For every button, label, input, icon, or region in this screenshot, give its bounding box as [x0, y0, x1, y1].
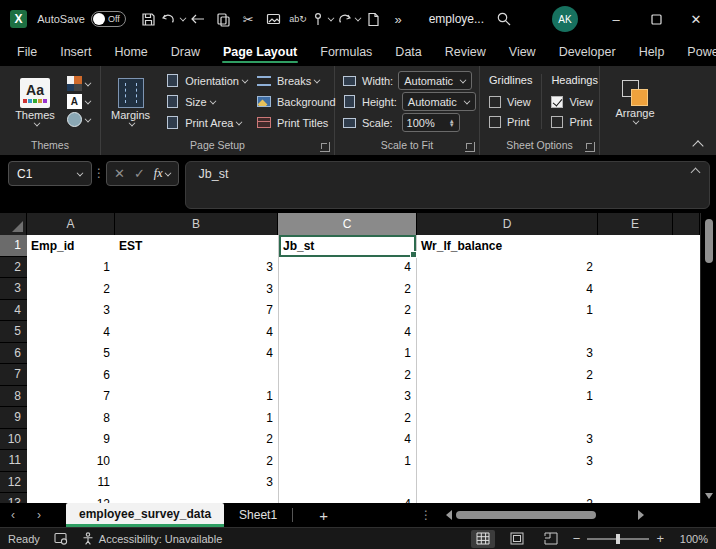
- new-file-icon[interactable]: [361, 6, 386, 32]
- page-setup-dialog-launcher-icon[interactable]: [320, 142, 330, 152]
- tab-developer[interactable]: Developer: [558, 41, 617, 63]
- row-header-9[interactable]: 9: [0, 407, 27, 429]
- cell-A2[interactable]: 1: [27, 257, 115, 279]
- cell-B13[interactable]: [115, 493, 278, 503]
- cell-D7[interactable]: 2: [417, 364, 598, 386]
- cell-A5[interactable]: 4: [27, 321, 115, 343]
- tab-draw[interactable]: Draw: [170, 41, 201, 63]
- page-layout-view-icon[interactable]: [505, 530, 529, 548]
- cell-E2[interactable]: [598, 257, 673, 279]
- breaks-button[interactable]: Breaks: [256, 72, 336, 89]
- vertical-scrollbar-thumb[interactable]: [705, 219, 713, 263]
- zoom-slider[interactable]: [587, 538, 649, 540]
- cell-E12[interactable]: [598, 472, 673, 494]
- minimize-button[interactable]: –: [596, 0, 636, 38]
- scroll-right-icon[interactable]: [638, 510, 644, 520]
- orientation-button[interactable]: Orientation: [164, 72, 248, 89]
- row-header-4[interactable]: 4: [0, 300, 27, 322]
- cell-D8[interactable]: 1: [417, 386, 598, 408]
- print-titles-button[interactable]: Print Titles: [256, 114, 336, 131]
- cell-D3[interactable]: 4: [417, 278, 598, 300]
- cell-B7[interactable]: [115, 364, 278, 386]
- tab-page-layout[interactable]: Page Layout: [222, 41, 298, 63]
- cell-C9[interactable]: 2: [278, 407, 417, 429]
- accessibility-status[interactable]: Accessibility: Unavailable: [82, 532, 223, 545]
- tab-power-pivot[interactable]: Power Pivot: [686, 41, 716, 63]
- row-header-6[interactable]: 6: [0, 343, 27, 365]
- column-header-D[interactable]: D: [417, 213, 598, 235]
- collapse-ribbon-icon[interactable]: [692, 140, 703, 151]
- cell-A8[interactable]: 7: [27, 386, 115, 408]
- macro-record-icon[interactable]: [54, 532, 68, 545]
- size-button[interactable]: Size: [164, 93, 248, 110]
- row-header-7[interactable]: 7: [0, 364, 27, 386]
- column-header-C[interactable]: C: [278, 213, 417, 235]
- next-sheet-icon[interactable]: ›: [26, 508, 52, 522]
- touch-icon[interactable]: [311, 6, 336, 32]
- cell-A12[interactable]: 11: [27, 472, 115, 494]
- cell-D6[interactable]: 3: [417, 343, 598, 365]
- close-button[interactable]: ✕: [676, 0, 716, 38]
- paste-picture-icon[interactable]: [261, 6, 286, 32]
- cell-A4[interactable]: 3: [27, 300, 115, 322]
- background-button[interactable]: Background: [256, 93, 336, 110]
- insert-function-button[interactable]: fx: [154, 166, 172, 181]
- gridlines-print-checkbox[interactable]: Print: [489, 114, 532, 129]
- zoom-out-icon[interactable]: −: [573, 531, 581, 546]
- row-header-10[interactable]: 10: [0, 429, 27, 451]
- cell-E1[interactable]: [598, 235, 673, 257]
- name-box[interactable]: C1: [8, 161, 92, 186]
- cell-E8[interactable]: [598, 386, 673, 408]
- redo-icon[interactable]: [336, 6, 361, 32]
- cell-E10[interactable]: [598, 429, 673, 451]
- height-dropdown[interactable]: Automatic: [402, 92, 476, 111]
- scroll-down-icon[interactable]: [705, 493, 713, 499]
- cell-C3[interactable]: 2: [278, 278, 417, 300]
- cancel-icon[interactable]: ✕: [114, 166, 125, 181]
- stepper-arrows-icon[interactable]: ▲▼: [449, 119, 455, 127]
- cell-E4[interactable]: [598, 300, 673, 322]
- cell-E13[interactable]: [598, 493, 673, 503]
- cell-A9[interactable]: 8: [27, 407, 115, 429]
- page-break-preview-icon[interactable]: [539, 530, 563, 548]
- more-commands-icon[interactable]: »: [386, 6, 411, 32]
- normal-view-icon[interactable]: [471, 530, 495, 548]
- cell-D2[interactable]: 2: [417, 257, 598, 279]
- cell-A6[interactable]: 5: [27, 343, 115, 365]
- enter-icon[interactable]: ✓: [134, 166, 145, 181]
- horizontal-scrollbar-thumb[interactable]: [456, 511, 596, 519]
- cell-A11[interactable]: 10: [27, 450, 115, 472]
- copy-icon[interactable]: [211, 6, 236, 32]
- cell-D12[interactable]: [417, 472, 598, 494]
- zoom-slider-thumb[interactable]: [616, 534, 620, 544]
- cell-D4[interactable]: 1: [417, 300, 598, 322]
- cell-E6[interactable]: [598, 343, 673, 365]
- replace-icon[interactable]: ab↻: [286, 6, 311, 32]
- cell-C1[interactable]: Jb_st: [278, 235, 417, 257]
- cell-A10[interactable]: 9: [27, 429, 115, 451]
- cell-C2[interactable]: 4: [278, 257, 417, 279]
- scale-stepper[interactable]: 100% ▲▼: [402, 113, 460, 132]
- row-header-11[interactable]: 11: [0, 450, 27, 472]
- tab-insert[interactable]: Insert: [59, 41, 92, 63]
- headings-view-checkbox[interactable]: View: [551, 94, 597, 109]
- row-header-13[interactable]: 13: [0, 493, 27, 503]
- cut-icon[interactable]: ✂: [236, 6, 261, 32]
- cell-D1[interactable]: Wr_lf_balance: [417, 235, 598, 257]
- cell-C4[interactable]: 2: [278, 300, 417, 322]
- cell-B2[interactable]: 3: [115, 257, 278, 279]
- cell-B9[interactable]: 1: [115, 407, 278, 429]
- cell-E7[interactable]: [598, 364, 673, 386]
- cell-B3[interactable]: 3: [115, 278, 278, 300]
- arrange-button[interactable]: Arrange: [609, 79, 660, 125]
- cell-D10[interactable]: 3: [417, 429, 598, 451]
- select-all-corner[interactable]: [0, 213, 27, 235]
- column-header-B[interactable]: B: [115, 213, 278, 235]
- headings-print-checkbox[interactable]: Print: [551, 114, 597, 129]
- width-dropdown[interactable]: Automatic: [398, 71, 472, 90]
- row-header-3[interactable]: 3: [0, 278, 27, 300]
- tab-view[interactable]: View: [508, 41, 537, 63]
- cell-E11[interactable]: [598, 450, 673, 472]
- themes-button[interactable]: Aa Themes: [9, 77, 61, 127]
- cell-B10[interactable]: 2: [115, 429, 278, 451]
